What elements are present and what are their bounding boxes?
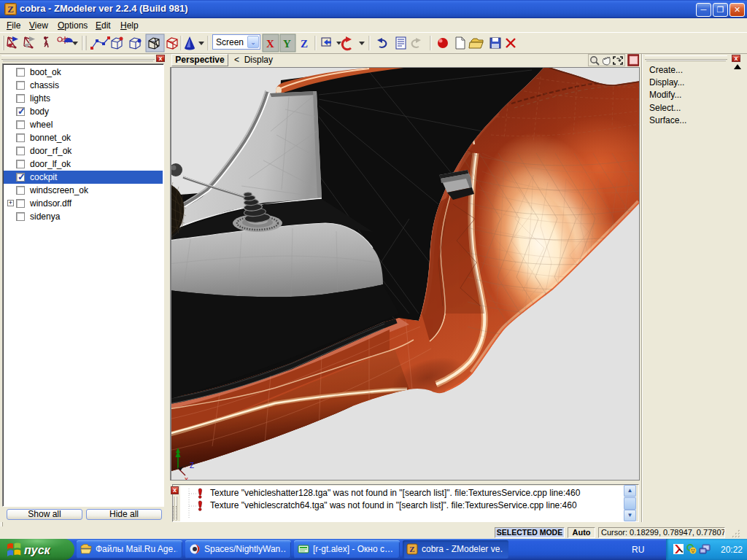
svg-text:Z: Z bbox=[190, 462, 194, 470]
svg-text:Z: Z bbox=[301, 38, 308, 50]
svg-text:x: x bbox=[185, 475, 188, 481]
svg-text:пуск: пуск bbox=[24, 544, 51, 556]
svg-text:Z: Z bbox=[409, 545, 414, 553]
svg-text:X: X bbox=[266, 38, 274, 50]
svg-text:Y: Y bbox=[283, 38, 291, 50]
svg-text:Z: Z bbox=[7, 4, 14, 15]
